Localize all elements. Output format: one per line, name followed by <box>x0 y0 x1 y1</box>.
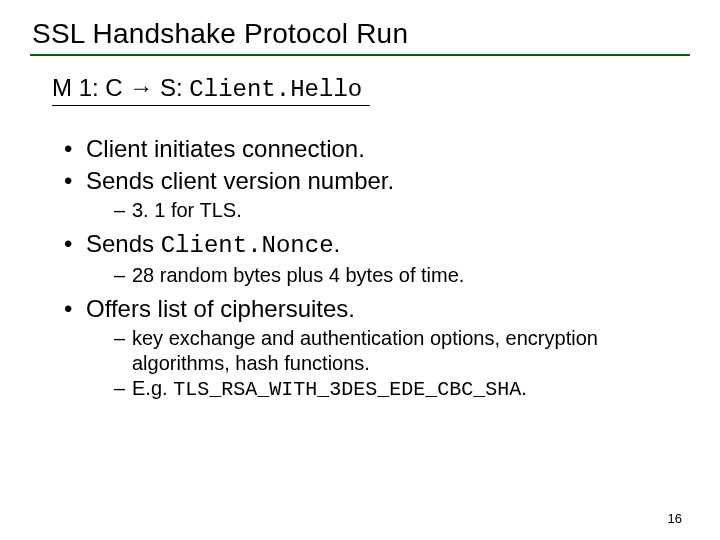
list-item: Sends Client.Nonce. 28 random bytes plus… <box>64 229 690 292</box>
sub-bullet-text: 28 random bytes plus 4 bytes of time. <box>132 264 464 286</box>
sub-bullet-text: key exchange and authentication options,… <box>132 327 598 374</box>
bullet-mono: Client.Nonce <box>161 232 334 259</box>
sub-list: 3. 1 for TLS. <box>86 196 690 227</box>
m1-mono: Client.Hello <box>189 76 362 103</box>
arrow-right-icon: → <box>129 74 153 101</box>
m1-prefix: M 1: C <box>52 74 129 101</box>
sub-bullet-text-b: . <box>521 377 527 399</box>
page-number: 16 <box>668 511 682 526</box>
list-item: key exchange and authentication options,… <box>114 326 690 376</box>
m1-mid: S: <box>153 74 189 101</box>
sub-bullet-text-a: E.g. <box>132 377 173 399</box>
list-item: Offers list of ciphersuites. key exchang… <box>64 294 690 406</box>
list-item: Client initiates connection. <box>64 134 690 164</box>
slide-title: SSL Handshake Protocol Run <box>32 18 690 50</box>
bullet-text: Offers list of ciphersuites. <box>86 295 355 322</box>
bullet-text-a: Sends <box>86 230 161 257</box>
bullet-text: Client initiates connection. <box>86 135 365 162</box>
title-rule <box>30 54 690 56</box>
message-line: M 1: C → S: Client.Hello <box>52 74 370 106</box>
list-item: Sends client version number. 3. 1 for TL… <box>64 166 690 227</box>
sub-list: 28 random bytes plus 4 bytes of time. <box>86 261 690 292</box>
bullet-list: Client initiates connection. Sends clien… <box>30 134 690 406</box>
bullet-text-b: . <box>334 230 341 257</box>
list-item: E.g. TLS_RSA_WITH_3DES_EDE_CBC_SHA. <box>114 376 690 402</box>
sub-list: key exchange and authentication options,… <box>86 324 690 406</box>
sub-bullet-mono: TLS_RSA_WITH_3DES_EDE_CBC_SHA <box>173 378 521 401</box>
bullet-text: Sends client version number. <box>86 167 394 194</box>
sub-bullet-text: 3. 1 for TLS. <box>132 199 242 221</box>
slide: SSL Handshake Protocol Run M 1: C → S: C… <box>0 0 720 540</box>
list-item: 3. 1 for TLS. <box>114 198 690 223</box>
list-item: 28 random bytes plus 4 bytes of time. <box>114 263 690 288</box>
